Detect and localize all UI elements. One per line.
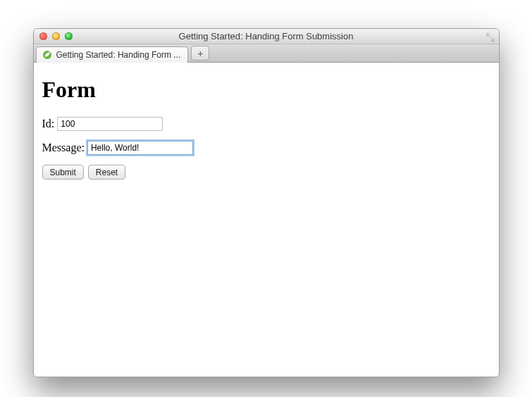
submit-button[interactable]: Submit [42,165,84,179]
spring-leaf-icon [42,50,52,60]
plus-icon: + [197,49,203,58]
tab-active[interactable]: Getting Started: Handing Form ... [36,46,189,63]
form-row-message: Message: [42,141,490,155]
window-title: Getting Started: Handing Form Submission [34,31,499,42]
reset-button[interactable]: Reset [88,165,125,179]
close-button[interactable] [39,32,47,40]
browser-window: Getting Started: Handing Form Submission… [33,28,500,377]
id-input[interactable] [57,117,163,131]
traffic-lights [34,32,73,40]
form-row-id: Id: [42,117,490,131]
message-input[interactable] [87,141,193,155]
tab-label: Getting Started: Handing Form ... [56,50,181,60]
titlebar: Getting Started: Handing Form Submission [34,29,499,44]
new-tab-button[interactable]: + [191,46,209,61]
fullscreen-icon[interactable] [486,32,495,44]
zoom-button[interactable] [65,32,73,40]
tab-bar: Getting Started: Handing Form ... + [34,44,499,63]
page-heading: Form [42,77,490,103]
id-label: Id: [42,118,55,130]
page-content: Form Id: Message: Submit Reset [34,63,499,377]
minimize-button[interactable] [52,32,60,40]
button-row: Submit Reset [42,165,490,179]
message-label: Message: [42,141,85,154]
